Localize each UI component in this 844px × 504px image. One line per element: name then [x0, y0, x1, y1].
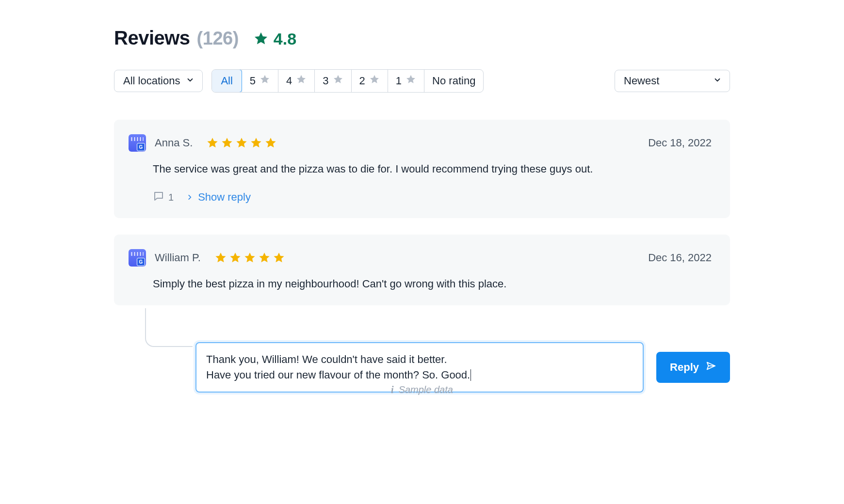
rating-filter-none[interactable]: No rating: [424, 70, 483, 92]
chevron-right-icon: [186, 191, 193, 204]
star-icon: [264, 137, 277, 149]
star-icon: [406, 74, 416, 88]
sample-data-note: i Sample data: [80, 384, 764, 395]
sample-data-label: Sample data: [399, 384, 453, 395]
rating-filter-4[interactable]: 4: [278, 70, 314, 92]
star-icon: [273, 252, 285, 264]
show-reply-label: Show reply: [198, 191, 251, 204]
rating-filter-1[interactable]: 1: [388, 70, 424, 92]
reply-count: 1: [153, 190, 174, 205]
review-stars: [214, 252, 285, 264]
text-caret: [471, 369, 471, 381]
average-rating-value: 4.8: [274, 30, 296, 48]
page-title: Reviews: [114, 27, 190, 49]
reply-count-value: 1: [168, 192, 174, 203]
chevron-down-icon: [186, 75, 195, 87]
reply-text: Thank you, William! We couldn't have sai…: [206, 353, 470, 381]
star-icon: [369, 74, 380, 88]
review-card: William P. Dec 16, 2022 Simply the best …: [114, 235, 730, 305]
review-card: Anna S. Dec 18, 2022 The service was gre…: [114, 120, 730, 218]
sort-label: Newest: [624, 75, 659, 87]
reply-thread: Thank you, William! We couldn't have sai…: [141, 322, 730, 393]
star-icon: [243, 252, 256, 264]
review-stars: [206, 137, 277, 149]
rating-filter-5[interactable]: 5: [242, 70, 278, 92]
review-count: (126): [197, 28, 239, 49]
google-source-icon: [129, 134, 146, 152]
star-icon: [258, 252, 271, 264]
show-reply-toggle[interactable]: Show reply: [186, 191, 251, 204]
send-icon: [706, 361, 716, 374]
sort-dropdown[interactable]: Newest: [615, 70, 730, 92]
page-header: Reviews (126) 4.8: [114, 27, 730, 49]
average-rating: 4.8: [253, 30, 296, 48]
review-actions: 1 Show reply: [129, 190, 712, 205]
location-filter-dropdown[interactable]: All locations: [114, 70, 203, 92]
google-source-icon: [129, 249, 146, 267]
rating-filter-all[interactable]: All: [211, 69, 242, 93]
star-icon: [296, 74, 307, 88]
review-date: Dec 18, 2022: [648, 137, 712, 149]
reply-button[interactable]: Reply: [656, 352, 730, 383]
star-icon: [206, 137, 219, 149]
review-text: The service was great and the pizza was …: [129, 161, 712, 177]
review-date: Dec 16, 2022: [648, 252, 712, 264]
review-author: Anna S.: [155, 137, 193, 149]
star-icon: [333, 74, 343, 88]
review-header: Anna S. Dec 18, 2022: [129, 134, 712, 152]
star-icon: [235, 137, 248, 149]
rating-filter-group: All 5 4 3 2 1 No rating: [211, 69, 484, 93]
review-author: William P.: [155, 252, 201, 264]
location-filter-label: All locations: [123, 75, 180, 87]
rating-filter-3[interactable]: 3: [314, 70, 351, 92]
reviews-list: Anna S. Dec 18, 2022 The service was gre…: [114, 120, 730, 393]
chevron-down-icon: [713, 75, 722, 87]
star-icon: [253, 31, 269, 47]
review-header: William P. Dec 16, 2022: [129, 249, 712, 267]
review-text: Simply the best pizza in my neighbourhoo…: [129, 276, 712, 292]
filters-row: All locations All 5 4 3 2: [114, 69, 730, 93]
star-icon: [214, 252, 227, 264]
star-icon: [250, 137, 262, 149]
rating-filter-2[interactable]: 2: [351, 70, 388, 92]
info-icon: i: [391, 384, 394, 395]
comment-icon: [153, 190, 164, 205]
star-icon: [260, 74, 270, 88]
star-icon: [221, 137, 233, 149]
reply-button-label: Reply: [670, 361, 699, 374]
star-icon: [229, 252, 242, 264]
